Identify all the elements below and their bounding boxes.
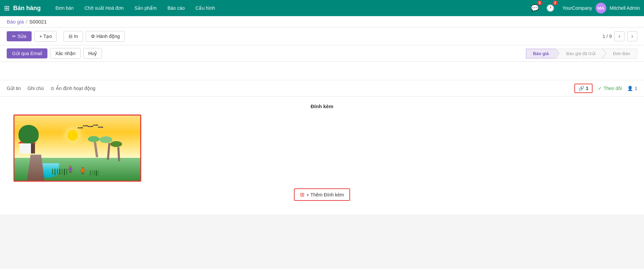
step-arrow-inner-2 (602, 49, 606, 58)
note-button[interactable]: Ghi chú (28, 84, 44, 92)
figure-2 (80, 167, 86, 174)
landscape-art (14, 116, 140, 181)
figure-1 (67, 166, 73, 173)
followers-button[interactable]: 👤 1 (627, 86, 637, 91)
svg-line-4 (67, 169, 69, 171)
status-step-don-ban: Đơn Bán (603, 49, 637, 58)
menu-cau-hinh[interactable]: Cấu hình (190, 0, 220, 16)
palm-3 (115, 141, 122, 161)
activities-button[interactable]: 🕐 2 (544, 2, 557, 14)
edit-button[interactable]: ✏ Sửa (7, 31, 32, 41)
attachments-section: Đính kèm (0, 97, 644, 208)
pagination-text: 1 / 9 (603, 34, 612, 39)
bird-4 (95, 125, 98, 126)
svg-line-3 (70, 171, 72, 173)
breadcrumb-current: S00021 (29, 19, 47, 25)
svg-rect-7 (81, 169, 84, 172)
palm-2 (105, 136, 112, 160)
svg-point-6 (82, 167, 84, 169)
svg-point-0 (69, 166, 72, 167)
print-button[interactable]: ⊟ In (64, 31, 83, 42)
confirm-button[interactable]: Xác nhận (50, 48, 80, 59)
attachment-image[interactable] (13, 115, 141, 182)
schedule-activity-button[interactable]: ⊙ Ấn định hoạt động (50, 84, 96, 92)
pagination: 1 / 9 ‹ › (603, 31, 637, 41)
status-step-bao-gia: Báo giá (526, 49, 556, 58)
status-step-bao-gia-gui: Báo giá đã Gửi (556, 49, 603, 58)
menu-bao-cao[interactable]: Báo cáo (162, 0, 190, 16)
brand-name: Bán hàng (13, 5, 41, 12)
palm-1 (92, 136, 100, 157)
topnav-right: 💬 5 🕐 2 YourCompany MA Mitchell Admin (529, 2, 640, 14)
breadcrumb-parent[interactable]: Báo giá (7, 19, 24, 25)
svg-line-5 (72, 169, 73, 171)
send-message-button[interactable]: Gửi tin (7, 84, 21, 92)
add-attachment-wrapper: ⊞ + Thêm Đính kèm (13, 188, 631, 201)
svg-line-8 (82, 172, 83, 174)
content-area: Gửi tin Ghi chú ⊙ Ấn định hoạt động 🔗 1 … (0, 80, 644, 215)
bird-5 (100, 127, 103, 128)
banner-area (0, 62, 644, 80)
add-attachment-button[interactable]: ⊞ + Thêm Đính kèm (294, 188, 350, 201)
person-icon: 👤 (627, 86, 633, 91)
clock-icon: ⊙ (50, 86, 54, 91)
breadcrumb-separator: / (26, 19, 27, 25)
sun (67, 130, 78, 141)
chatter-right: 🔗 1 ✓ Theo dõi 👤 1 (574, 84, 637, 93)
main-menu: Đơn bán Chờ xuất Hoá đơn Sản phẩm Báo cá… (50, 0, 529, 16)
svg-line-10 (80, 170, 81, 172)
plus-icon: ⊞ (300, 191, 304, 198)
checkmark-icon: ✓ (598, 86, 602, 91)
toolbar: ✏ Sửa + Tạo ⊟ In ⚙ Hành động 1 / 9 ‹ › (0, 28, 644, 45)
svg-line-11 (84, 170, 85, 172)
username[interactable]: Mitchell Admin (610, 5, 640, 11)
send-email-button[interactable]: Gửi qua Email (7, 48, 47, 58)
grid-icon[interactable]: ⊞ (4, 4, 10, 12)
chatter-bar: Gửi tin Ghi chú ⊙ Ấn định hoạt động 🔗 1 … (0, 80, 644, 97)
svg-line-9 (83, 172, 84, 174)
messages-button[interactable]: 💬 5 (529, 2, 541, 14)
svg-rect-1 (69, 167, 72, 171)
attachment-count: 1 (586, 86, 589, 91)
step-arrow-inner-1 (555, 49, 559, 58)
pagination-next[interactable]: › (627, 31, 637, 41)
rice-plants-2 (90, 170, 99, 177)
activities-badge: 2 (553, 1, 558, 5)
action-button[interactable]: ⚙ Hành động (86, 31, 125, 42)
rice-plants (52, 169, 67, 175)
tree-left (27, 125, 39, 153)
menu-don-ban[interactable]: Đơn bán (50, 0, 79, 16)
company-name[interactable]: YourCompany (563, 5, 592, 11)
svg-line-2 (69, 171, 71, 173)
follow-button[interactable]: ✓ Theo dõi (598, 86, 622, 91)
status-bar: Gửi qua Email Xác nhận Huỷ Báo giá Báo g… (0, 45, 644, 62)
tree-trunk (31, 143, 35, 153)
attachments-title: Đính kèm (13, 103, 631, 109)
paperclip-icon: 🔗 (578, 86, 584, 91)
status-steps: Báo giá Báo giá đã Gửi Đơn Bán (526, 49, 637, 58)
top-navigation: ⊞ Bán hàng Đơn bán Chờ xuất Hoá đơn Sản … (0, 0, 644, 16)
messages-badge: 5 (537, 1, 542, 5)
tree-top (18, 125, 39, 143)
menu-cho-xuat[interactable]: Chờ xuất Hoá đơn (79, 0, 129, 16)
breadcrumb: Báo giá / S00021 (0, 16, 644, 28)
user-avatar[interactable]: MA (596, 3, 606, 13)
create-button[interactable]: + Tạo (34, 31, 57, 42)
attachment-count-button[interactable]: 🔗 1 (574, 84, 593, 93)
menu-san-pham[interactable]: Sản phẩm (129, 0, 162, 16)
cancel-button[interactable]: Huỷ (83, 48, 102, 59)
pagination-prev[interactable]: ‹ (614, 31, 624, 41)
